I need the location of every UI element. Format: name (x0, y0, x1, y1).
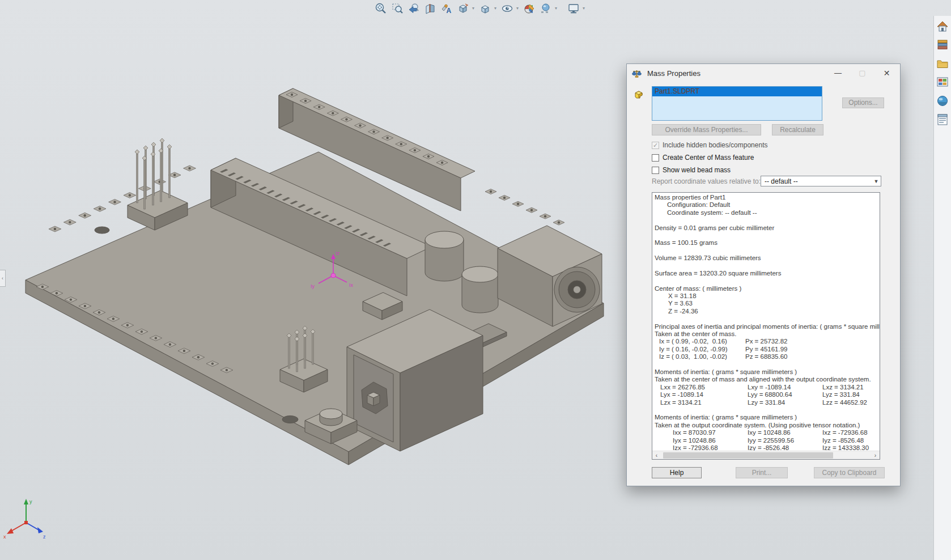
dialog-titlebar[interactable]: Mass Properties — ▢ ✕ (627, 64, 900, 83)
heads-up-view-toolbar: A ▾ ▾ ▾ ▾ ▾ (373, 1, 587, 16)
coordinate-system-value: -- default -- (761, 177, 872, 185)
mass-properties-dialog: Mass Properties — ▢ ✕ Part1.SLDPRT Optio… (626, 63, 901, 486)
svg-text:y: y (29, 499, 32, 504)
appearances-scenes-icon[interactable] (935, 93, 950, 108)
zoom-to-area-icon[interactable] (389, 1, 405, 16)
hide-show-items-dropdown-icon[interactable]: ▾ (515, 6, 520, 11)
view-orientation-icon[interactable] (455, 1, 470, 16)
report-line: Lxx = 26276.85Lxy = -1089.14Lxz = 3134.2… (652, 384, 880, 391)
solidworks-window: Iz Iy Ix x y z (0, 0, 951, 560)
file-explorer-icon[interactable] (935, 56, 950, 71)
report-line: Taken at the center of mass and aligned … (652, 376, 880, 383)
report-coordinate-label: Report coordinate values relative to: (652, 177, 761, 185)
checkbox-box: ✓ (652, 142, 659, 149)
capacitor (425, 231, 464, 281)
edit-appearance-icon[interactable] (521, 1, 537, 16)
checkbox-include-hidden-bodies[interactable]: ✓ Include hidden bodies/components (652, 141, 767, 149)
report-line: Density = 0.01 grams per cubic millimete… (652, 224, 880, 232)
recalculate-button[interactable]: Recalculate (772, 124, 823, 135)
checkbox-box: ✓ (652, 167, 659, 174)
report-line (652, 406, 880, 414)
report-line: Iz = ( 0.03, 1.00, -0.02)Pz = 68835.60 (652, 353, 880, 360)
report-line: Moments of inertia: ( grams * square mil… (652, 368, 880, 376)
part-list[interactable]: Part1.SLDPRT (652, 86, 822, 121)
view-orientation-dropdown-icon[interactable]: ▾ (470, 6, 476, 11)
close-button[interactable]: ✕ (874, 64, 899, 82)
view-settings-icon[interactable] (566, 1, 581, 16)
report-line (652, 277, 880, 285)
display-style-icon[interactable] (477, 1, 493, 16)
report-line: Y = 3.63 (652, 300, 880, 307)
report-line: Ixx = 87030.97Ixy = 10248.86Ixz = -72936… (652, 429, 880, 436)
copy-to-clipboard-button[interactable]: Copy to Clipboard (814, 467, 885, 478)
override-mass-properties-button[interactable]: Override Mass Properties... (652, 124, 761, 135)
view-settings-dropdown-icon[interactable]: ▾ (581, 6, 587, 11)
mass-properties-report[interactable]: Mass properties of Part1Configuration: D… (652, 192, 880, 460)
report-line: Mass properties of Part1 (652, 194, 880, 201)
report-line: Iyx = 10248.86Iyy = 225599.56Iyz = -8526… (652, 437, 880, 444)
report-line: Coordinate system: -- default -- (652, 209, 880, 217)
minimize-button[interactable]: — (826, 64, 850, 82)
checkbox-box: ✓ (652, 154, 659, 162)
report-line (652, 232, 880, 239)
icsp-header-top (128, 138, 188, 230)
report-line: Moments of inertia: ( grams * square mil… (652, 414, 880, 421)
report-line: Lyx = -1089.14Lyy = 68800.64Lyz = 331.84 (652, 391, 880, 398)
report-line (652, 262, 880, 270)
report-line: Ix = ( 0.99, -0.02, 0.16)Px = 25732.82 (652, 338, 880, 345)
report-line: Izx = -72936.68Izy = -8526.48Izz = 14333… (652, 444, 880, 451)
help-button[interactable]: Help (652, 467, 702, 478)
hide-show-items-icon[interactable] (499, 1, 515, 16)
options-button[interactable]: Options... (842, 97, 884, 108)
scroll-right-icon[interactable]: › (871, 452, 880, 459)
mass-properties-icon (632, 69, 642, 78)
section-view-icon[interactable] (422, 1, 438, 16)
solidworks-resources-home-icon[interactable] (935, 18, 950, 33)
chevron-down-icon: ▼ (872, 179, 881, 184)
report-line: Lzx = 3134.21Lzy = 331.84Lzz = 44652.92 (652, 399, 880, 406)
report-line (652, 315, 880, 323)
capacitor (462, 266, 498, 313)
custom-properties-icon[interactable] (935, 112, 950, 127)
zoom-to-fit-icon[interactable] (373, 1, 388, 16)
report-line: Principal axes of inertia and principal … (652, 323, 880, 330)
svg-text:z: z (43, 534, 46, 540)
report-line: Volume = 12839.73 cubic millimeters (652, 254, 880, 262)
maximize-button[interactable]: ▢ (850, 64, 874, 82)
svg-text:Iy: Iy (311, 283, 315, 289)
design-library-icon[interactable] (935, 37, 950, 52)
display-style-dropdown-icon[interactable]: ▾ (493, 6, 498, 11)
checkbox-create-center-of-mass[interactable]: ✓ Create Center of Mass feature (652, 154, 754, 162)
mounting-hole (95, 227, 109, 234)
svg-text:Iz: Iz (336, 251, 340, 256)
svg-text:Ix: Ix (349, 282, 354, 288)
collapsed-panel-tab[interactable]: ‹ (0, 270, 6, 287)
report-line: X = 31.18 (652, 292, 880, 300)
dialog-title: Mass Properties (647, 69, 700, 78)
report-line: Center of mass: ( millimeters ) (652, 285, 880, 292)
scrollbar-thumb[interactable] (663, 452, 833, 459)
reference-triad: x y z (3, 499, 46, 540)
apply-scene-dropdown-icon[interactable]: ▾ (553, 6, 559, 11)
checkbox-show-weld-bead-mass[interactable]: ✓ Show weld bead mass (652, 166, 731, 174)
previous-view-icon[interactable] (406, 1, 421, 16)
report-line: Taken at the output coordinate system. (… (652, 422, 880, 429)
report-text: Mass properties of Part1Configuration: D… (652, 194, 880, 451)
report-line (652, 217, 880, 224)
print-button[interactable]: Print... (736, 467, 788, 478)
view-palette-icon[interactable] (935, 74, 950, 90)
report-line: Taken at the center of mass. (652, 330, 880, 338)
coordinate-system-dropdown[interactable]: -- default -- ▼ (761, 176, 881, 186)
report-line: Z = -24.36 (652, 308, 880, 315)
task-pane-tabs (933, 16, 951, 560)
selected-part-row[interactable]: Part1.SLDPRT (652, 87, 822, 96)
horizontal-scrollbar[interactable]: ‹ › (652, 451, 880, 459)
report-line (652, 247, 880, 254)
part-icon (633, 88, 646, 100)
report-line: Surface area = 13203.20 square millimete… (652, 270, 880, 277)
scroll-left-icon[interactable]: ‹ (652, 452, 661, 459)
svg-text:A: A (446, 7, 451, 15)
dynamic-annotation-views-icon[interactable]: A (439, 1, 454, 16)
report-line: Configuration: Default (652, 201, 880, 209)
apply-scene-icon[interactable] (538, 1, 553, 16)
